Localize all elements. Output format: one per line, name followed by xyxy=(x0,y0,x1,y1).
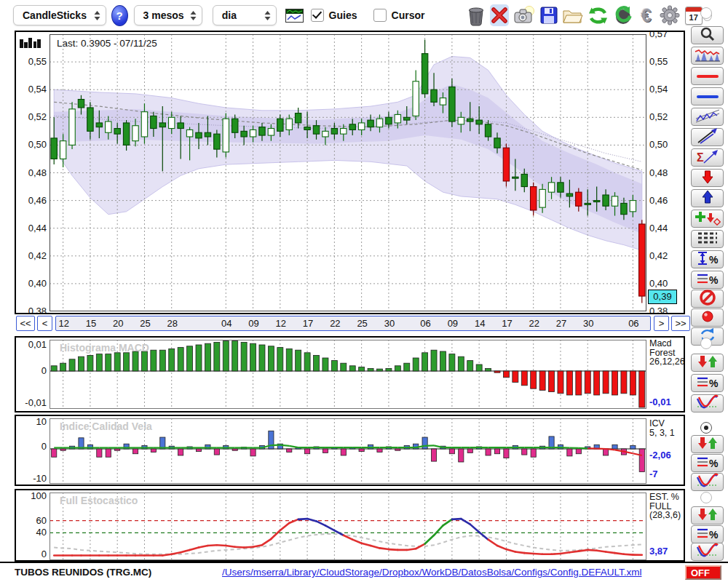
date-tick-label: 09 xyxy=(245,318,263,329)
axis-label: 0,42 xyxy=(649,250,678,261)
guides-checkbox[interactable] xyxy=(311,9,324,22)
fast-back-button[interactable]: << xyxy=(16,316,35,331)
stochastic-panel: Full Estocastico 10060400 EST. %FULL(28,… xyxy=(15,489,685,562)
refresh-icon[interactable] xyxy=(587,4,609,26)
date-strip[interactable]: 1215202528040912172225300609141722273006 xyxy=(55,316,651,331)
vertical-percent-button[interactable]: % xyxy=(691,250,724,268)
axis-label: 0,48 xyxy=(649,167,678,178)
macd-indicator-label: MacdForest26,12,26 xyxy=(649,339,685,367)
icv-percent-button[interactable]: % xyxy=(691,454,724,472)
range-dropdown[interactable]: 3 mesos xyxy=(134,5,202,25)
overview-chart-icon xyxy=(695,47,721,65)
macd-panel: Histograma MACD 0,010-0,01 MacdForest26,… xyxy=(15,336,685,412)
icv-value-2: -7 xyxy=(649,469,658,479)
date-tick-label: 20 xyxy=(109,318,127,329)
svg-text:%: % xyxy=(709,254,719,266)
off-toggle-badge[interactable]: OFF xyxy=(685,565,721,580)
snapshot-icon[interactable] xyxy=(513,4,535,26)
axis-label: -10 xyxy=(17,473,47,484)
chart-type-dropdown[interactable]: CandleSticks xyxy=(13,5,106,25)
save-icon[interactable] xyxy=(539,4,558,26)
help-button[interactable]: ? xyxy=(111,5,128,26)
axis-label: 0,40 xyxy=(17,278,47,289)
date-tick-label: 14 xyxy=(471,318,488,329)
sigma-trendline-icon: Σ xyxy=(696,148,719,168)
icv-group-radio[interactable] xyxy=(700,422,712,434)
gear-icon[interactable] xyxy=(660,4,680,26)
axis-label: 0 xyxy=(17,549,47,559)
toolbar: CandleSticks ? 3 mesos dia Guies Cursor … xyxy=(0,0,728,31)
updown-arrows-icon xyxy=(696,354,719,372)
red-down-arrow-icon xyxy=(700,170,715,187)
arrow-up-button[interactable] xyxy=(691,189,724,207)
open-folder-icon[interactable] xyxy=(562,4,583,26)
add-marker-button[interactable] xyxy=(691,210,724,228)
icv-indicator-label: ICV5, 3, 1 xyxy=(649,419,675,437)
macd-percent-button[interactable]: % xyxy=(691,374,724,392)
trendline-button[interactable] xyxy=(691,128,724,146)
stochastic-updown-button[interactable] xyxy=(691,506,724,525)
axis-label: 0,54 xyxy=(17,84,47,95)
axis-label: 0,52 xyxy=(649,111,678,122)
back-button[interactable]: < xyxy=(37,316,52,331)
mini-chart-icon[interactable] xyxy=(285,4,304,26)
updown-arrows-icon xyxy=(696,436,719,453)
icv-value-1: -2,06 xyxy=(649,450,671,461)
main-plot[interactable] xyxy=(50,34,646,311)
axis-label: 0,38 xyxy=(649,306,678,314)
lines-percent-button[interactable]: % xyxy=(691,271,724,289)
macd-updown-button[interactable] xyxy=(691,354,724,372)
record-button[interactable] xyxy=(691,308,724,327)
icv-panel: Indice Calidad Vela 100-10 ICV5, 3, 1 -2… xyxy=(15,415,685,486)
main-tools-radio[interactable] xyxy=(700,7,712,19)
guides-label: Guies xyxy=(329,9,357,21)
chevron-updown-icon xyxy=(94,11,100,20)
forbidden-button[interactable] xyxy=(691,290,724,308)
arrow-down-button[interactable] xyxy=(691,169,724,187)
guides-toggle[interactable]: Guies xyxy=(311,9,357,22)
stochastic-group-radio[interactable] xyxy=(700,492,712,503)
calendar-icon[interactable]: 17 xyxy=(684,4,703,26)
date-tick-label: 12 xyxy=(272,318,290,329)
axis-label: 0,46 xyxy=(649,195,678,206)
axis-label: 0 xyxy=(17,365,47,376)
axis-label: 0,55 xyxy=(17,56,47,67)
icv-updown-button[interactable] xyxy=(691,435,724,453)
red-hline-button[interactable] xyxy=(691,67,724,85)
stochastic-curves-button[interactable] xyxy=(691,543,724,561)
chart-type-value: CandleSticks xyxy=(23,9,87,21)
axis-label: 0,54 xyxy=(649,84,678,95)
stochastic-percent-button[interactable]: % xyxy=(691,525,724,543)
dashed-lines-button[interactable] xyxy=(691,230,724,248)
interval-dropdown[interactable]: dia xyxy=(213,5,277,25)
axis-label: 40 xyxy=(17,527,47,538)
euro-icon[interactable]: € xyxy=(637,4,655,26)
calendar-day: 17 xyxy=(686,12,702,23)
icv-title: Indice Calidad Vela xyxy=(60,420,152,432)
axis-label: 60 xyxy=(17,515,47,526)
date-tick-label: 30 xyxy=(579,318,597,329)
date-tick-label: 27 xyxy=(553,318,570,329)
svg-text:%: % xyxy=(709,378,719,389)
curves-icon xyxy=(696,394,719,413)
fast-forward-button[interactable]: >> xyxy=(671,316,690,331)
icv-curves-button[interactable] xyxy=(691,473,724,491)
overview-chart-button[interactable] xyxy=(691,47,724,65)
trash-icon[interactable] xyxy=(467,4,486,26)
sync-icon[interactable] xyxy=(613,4,633,26)
date-tick-label: 09 xyxy=(444,318,462,329)
sigma-trendline-button[interactable]: Σ xyxy=(691,148,724,167)
axis-label: -0,01 xyxy=(17,397,47,408)
channel-button[interactable] xyxy=(691,108,724,126)
forward-button[interactable]: > xyxy=(654,316,669,331)
delete-icon[interactable] xyxy=(490,4,509,26)
cursor-toggle[interactable]: Cursor xyxy=(373,9,425,22)
cursor-checkbox[interactable] xyxy=(373,9,387,22)
blue-hline-icon xyxy=(697,95,719,98)
macd-group-radio[interactable] xyxy=(700,338,712,349)
blue-hline-button[interactable] xyxy=(691,87,724,105)
macd-curves-button[interactable] xyxy=(691,394,724,412)
chevron-updown-icon xyxy=(190,11,197,20)
zoom-button[interactable] xyxy=(691,26,724,44)
main-chart-panel: Last: 0.3905 - 07/11/25 0,550,540,520,50… xyxy=(15,31,685,314)
